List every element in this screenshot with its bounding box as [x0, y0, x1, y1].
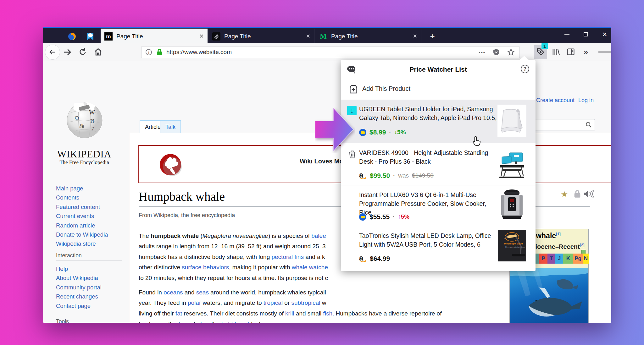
svg-text:Moonlight Light: Moonlight Light	[504, 242, 523, 245]
paragraph-2: Found in oceans and seas around the worl…	[139, 287, 441, 323]
product-thumbnail	[497, 148, 526, 181]
maximize-button[interactable]	[578, 28, 594, 41]
timescale-cell: K	[563, 254, 573, 264]
was-label: was	[398, 172, 409, 179]
timescale-cell: P	[539, 254, 547, 264]
retailer-blue-tag-icon	[359, 129, 366, 136]
sidebar-item-recent-changes[interactable]: Recent changes	[56, 292, 102, 301]
help-icon[interactable]: ?	[521, 65, 529, 73]
url-bar[interactable]: i https://www.website.com •••	[141, 46, 520, 58]
sidebar-item-store[interactable]: Wikipedia store	[56, 239, 108, 248]
pinned-tab-firefox[interactable]	[63, 29, 81, 44]
sidebar-item-current-events[interactable]: Current events	[56, 211, 108, 221]
sidebar-heading-tools: Tools	[56, 318, 122, 323]
app-menu-button[interactable]	[598, 45, 611, 59]
product-price: $99.50	[370, 172, 390, 179]
timescale-cell: Pg	[573, 254, 583, 264]
product-title[interactable]: TaoTronics Stylish Metal LED Desk Lamp, …	[359, 231, 497, 249]
home-button[interactable]	[93, 47, 103, 58]
svg-text:Ω: Ω	[75, 115, 79, 122]
sidebar-item-about[interactable]: About Wikipedia	[56, 273, 102, 282]
overflow-menu-button[interactable]: »	[580, 45, 592, 59]
back-icon	[49, 48, 56, 56]
separator-dot: ·	[393, 214, 395, 220]
tab-title: Page Title	[224, 33, 303, 40]
back-button[interactable]	[45, 45, 60, 60]
humpback-whale-photo	[510, 268, 588, 323]
was-price: $149.50	[412, 172, 434, 179]
tab-talk[interactable]: Talk	[160, 120, 181, 133]
close-button[interactable]: ✕	[597, 28, 611, 41]
medium-green-icon: M	[319, 32, 327, 41]
price-watcher-popup: Price Watcher List ? Add This Product ↓ …	[341, 60, 536, 271]
page-actions-icon[interactable]: •••	[479, 50, 486, 55]
product-row[interactable]: TaoTronics Stylish Metal LED Desk Lamp, …	[341, 226, 536, 271]
sidebar-item-contact[interactable]: Contact page	[56, 301, 102, 310]
tab-1-active[interactable]: m Page Title ✕	[101, 29, 208, 44]
sidebar-item-donate[interactable]: Donate to Wikipedia	[56, 230, 108, 239]
promo-arrow-icon	[315, 106, 355, 153]
pinned-tab-bookmark[interactable]	[81, 29, 99, 44]
wikipedia-globe-logo: W Ω И 維 7	[65, 98, 103, 140]
sidebar-item-featured-content[interactable]: Featured content	[56, 202, 108, 211]
product-title[interactable]: VARIDESK 49900 - Height-Adjustable Stand…	[359, 148, 497, 166]
amazon-icon: a	[359, 172, 367, 180]
product-row[interactable]: Instant Pot LUX60 V3 6 Qt 6-in-1 Multi-U…	[341, 185, 536, 226]
tab-2[interactable]: Page Title ✕	[208, 29, 314, 44]
price-change-down: ↓5%	[394, 129, 406, 136]
wiki-loves-monuments-logo	[158, 151, 184, 178]
minimize-button[interactable]	[559, 28, 575, 41]
dark-swoosh-icon	[212, 32, 220, 41]
url-text[interactable]: https://www.website.com	[166, 49, 232, 56]
reload-button[interactable]	[78, 47, 87, 58]
add-product-button[interactable]: Add This Product	[341, 79, 536, 100]
featured-article-star-icon[interactable]: ★	[561, 189, 568, 199]
page-info-icon[interactable]: i	[146, 49, 152, 55]
https-lock-icon	[156, 48, 163, 56]
svg-text:Eyes care at night long: Eyes care at night long	[505, 246, 525, 248]
product-price: $55.55	[369, 213, 390, 221]
bookmark-star-icon[interactable]	[507, 48, 515, 56]
instant-pot-image	[499, 188, 525, 221]
tab-title: Page Title	[116, 33, 196, 40]
listen-audio-icon[interactable]	[583, 189, 594, 198]
product-row[interactable]: ↓ UGREEN Tablet Stand Holder for iPad, S…	[341, 100, 536, 143]
separator-dot: ·	[393, 172, 395, 179]
product-price: $64.99	[370, 255, 390, 262]
product-price: $8.99	[369, 129, 386, 136]
wikipedia-tagline: The Free Encyclopedia	[43, 159, 125, 166]
product-title[interactable]: UGREEN Tablet Stand Holder for iPad, Sam…	[359, 105, 497, 122]
tab-3[interactable]: M Page Title ✕	[315, 29, 421, 44]
page-title: Humpback whale	[139, 189, 225, 204]
add-tag-icon	[348, 84, 358, 94]
timescale-cell: N	[583, 254, 589, 264]
tab-close-icon[interactable]: ✕	[306, 33, 310, 40]
library-button[interactable]	[549, 45, 562, 59]
tab-close-icon[interactable]: ✕	[199, 33, 204, 40]
sidebar-item-community-portal[interactable]: Community portal	[56, 283, 102, 292]
sidebar-item-random-article[interactable]: Random article	[56, 221, 108, 230]
desktop-background: m Page Title ✕ Page Title ✕ M Page Title…	[0, 0, 644, 345]
sidebar-item-contents[interactable]: Contents	[56, 193, 108, 202]
popup-notch	[519, 56, 529, 60]
sidebar-nav: Main page Contents Featured content Curr…	[56, 184, 108, 249]
medium-black-icon: m	[104, 32, 113, 41]
tab-close-icon[interactable]: ✕	[413, 33, 417, 40]
retailer-blue-tag-icon	[359, 213, 366, 221]
sidebar-item-main-page[interactable]: Main page	[56, 184, 108, 193]
price-change-up: ↑5%	[398, 213, 409, 220]
tablet-stand-image	[498, 107, 525, 135]
log-in-link[interactable]: Log in	[578, 97, 594, 104]
search-icon[interactable]	[585, 121, 592, 128]
pocket-shield-icon[interactable]	[492, 48, 500, 56]
popup-title: Price Watcher List	[341, 66, 536, 73]
forward-button[interactable]	[63, 47, 72, 58]
new-tab-button[interactable]: +	[425, 29, 440, 44]
product-thumbnail: Moonlight Light Eyes care at night long	[497, 229, 526, 262]
product-thumbnail	[497, 105, 526, 137]
product-row[interactable]: VARIDESK 49900 - Height-Adjustable Stand…	[341, 143, 536, 185]
sidebar-button[interactable]	[564, 45, 577, 59]
create-account-link[interactable]: Create account	[536, 97, 575, 104]
sidebar-item-help[interactable]: Help	[56, 264, 102, 273]
taxobox-range-fragment: liocene–Recent[2]	[534, 243, 584, 250]
